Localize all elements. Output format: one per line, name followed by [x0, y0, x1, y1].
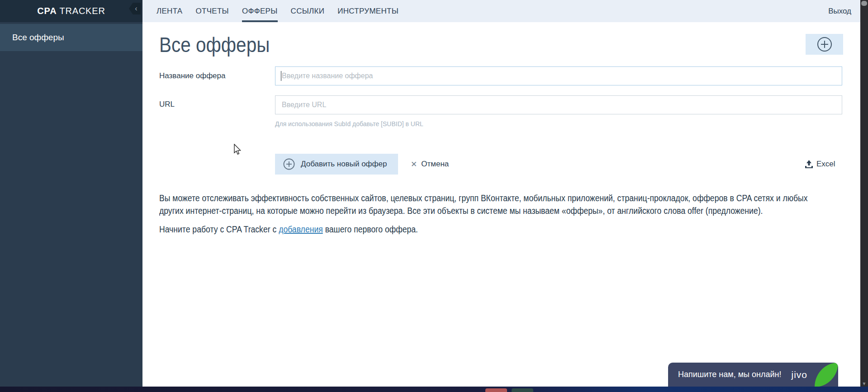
upload-icon	[805, 160, 813, 169]
add-offer-submit-button[interactable]: Добавить новый оффер	[275, 154, 398, 175]
offer-name-field-wrap	[275, 66, 842, 85]
chat-message: Напишите нам, мы онлайн!	[678, 363, 781, 387]
tab-lenta[interactable]: ЛЕНТА	[157, 0, 182, 22]
taskbar-strip	[0, 387, 868, 392]
p2-before: Начните работу с CPA Tracker с	[159, 224, 279, 234]
excel-label: Excel	[816, 160, 835, 169]
description-paragraph: Вы можете отслеживать эффективность собс…	[159, 192, 834, 217]
subid-hint: Для использования SubId добавьте [SUBID]…	[275, 120, 423, 128]
plus-circle-icon	[283, 158, 295, 170]
p2-after: вашего первого оффера.	[323, 224, 418, 234]
plus-circle-icon	[817, 37, 832, 52]
taskbar-app-icon	[485, 388, 507, 392]
tab-otchety[interactable]: ОТЧЕТЫ	[195, 0, 229, 22]
top-nav: ЛЕНТА ОТЧЕТЫ ОФФЕРЫ ССЫЛКИ ИНСТРУМЕНТЫ В…	[142, 0, 860, 22]
close-icon: ✕	[411, 160, 417, 169]
offer-name-label: Название оффера	[159, 71, 225, 80]
submit-label: Добавить новый оффер	[301, 160, 387, 169]
add-first-offer-link[interactable]: добавления	[279, 224, 323, 234]
jivo-leaf-icon	[815, 363, 838, 387]
logout-button[interactable]: Выход	[828, 0, 851, 22]
text-caret	[281, 71, 281, 81]
scroll-down-arrow-icon[interactable]: ▼	[861, 381, 867, 387]
cancel-label: Отмена	[421, 160, 449, 169]
jivo-logo: jivo	[791, 363, 807, 387]
tab-instrumenty[interactable]: ИНСТРУМЕНТЫ	[337, 0, 398, 22]
excel-export-button[interactable]: Excel	[805, 154, 835, 175]
app-logo: CPA TRACKER	[37, 6, 105, 16]
taskbar-app-icon	[512, 388, 533, 392]
sidebar-collapse-button[interactable]: ‹	[129, 3, 141, 14]
url-label: URL	[159, 100, 175, 109]
logo-rest: TRACKER	[57, 6, 105, 16]
mouse-cursor	[232, 144, 242, 156]
page-title: Все офферы	[159, 33, 270, 57]
sidebar: CPA TRACKER ‹ Все офферы	[0, 0, 142, 387]
cancel-button[interactable]: ✕ Отмена	[411, 154, 449, 175]
offer-name-input[interactable]	[275, 66, 842, 85]
url-input[interactable]	[275, 95, 842, 114]
scrollbar[interactable]: ▼	[860, 0, 868, 392]
getting-started-paragraph: Начните работу с CPA Tracker с добавлени…	[159, 223, 834, 236]
logo-bold: CPA	[37, 6, 57, 16]
chevron-left-icon: ‹	[135, 5, 137, 12]
tab-ssylki[interactable]: ССЫЛКИ	[291, 0, 325, 22]
url-field-wrap	[275, 95, 842, 114]
sidebar-item-all-offers[interactable]: Все офферы	[0, 24, 142, 51]
jivo-chat-widget[interactable]: Напишите нам, мы онлайн! jivo	[668, 363, 838, 387]
tab-offery[interactable]: ОФФЕРЫ	[242, 0, 278, 22]
scrollbar-thumb[interactable]	[861, 1, 867, 6]
sidebar-header: CPA TRACKER ‹	[0, 0, 142, 22]
add-offer-top-button[interactable]	[806, 34, 843, 55]
